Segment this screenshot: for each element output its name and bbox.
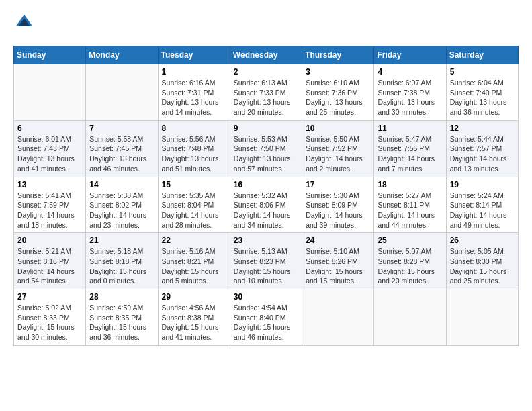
day-info: Sunrise: 6:10 AMSunset: 7:36 PMDaylight:…: [306, 78, 370, 118]
week-row-1: 1Sunrise: 6:16 AMSunset: 7:31 PMDaylight…: [14, 64, 519, 121]
day-number: 4: [378, 67, 442, 77]
day-info: Sunrise: 5:44 AMSunset: 7:57 PMDaylight:…: [450, 134, 515, 174]
day-info: Sunrise: 4:59 AMSunset: 8:35 PMDaylight:…: [89, 303, 154, 342]
day-info: Sunrise: 5:58 AMSunset: 7:45 PMDaylight:…: [89, 134, 154, 174]
day-number: 25: [378, 236, 442, 245]
day-cell-15: 15Sunrise: 5:35 AMSunset: 8:04 PMDayligh…: [158, 177, 230, 233]
day-cell-19: 19Sunrise: 5:24 AMSunset: 8:14 PMDayligh…: [446, 177, 518, 233]
day-info: Sunrise: 5:50 AMSunset: 7:52 PMDaylight:…: [306, 134, 370, 174]
day-cell-7: 7Sunrise: 5:58 AMSunset: 7:45 PMDaylight…: [86, 120, 158, 177]
day-cell-12: 12Sunrise: 5:44 AMSunset: 7:57 PMDayligh…: [446, 120, 518, 177]
day-info: Sunrise: 6:04 AMSunset: 7:40 PMDaylight:…: [450, 78, 515, 118]
day-cell-26: 26Sunrise: 5:05 AMSunset: 8:30 PMDayligh…: [446, 233, 518, 289]
day-info: Sunrise: 5:21 AMSunset: 8:16 PMDaylight:…: [17, 246, 82, 286]
day-cell-28: 28Sunrise: 4:59 AMSunset: 8:35 PMDayligh…: [86, 289, 158, 346]
day-cell-3: 3Sunrise: 6:10 AMSunset: 7:36 PMDaylight…: [302, 64, 374, 121]
day-cell-5: 5Sunrise: 6:04 AMSunset: 7:40 PMDaylight…: [446, 64, 518, 121]
day-number: 24: [306, 236, 370, 245]
day-number: 3: [306, 67, 370, 77]
day-cell-30: 30Sunrise: 4:54 AMSunset: 8:40 PMDayligh…: [230, 289, 302, 346]
day-number: 9: [234, 124, 298, 133]
weekday-header-sunday: Sunday: [14, 46, 86, 64]
weekday-header-tuesday: Tuesday: [158, 46, 230, 64]
day-info: Sunrise: 5:05 AMSunset: 8:30 PMDaylight:…: [450, 246, 515, 286]
day-info: Sunrise: 5:32 AMSunset: 8:06 PMDaylight:…: [234, 191, 298, 230]
week-row-5: 27Sunrise: 5:02 AMSunset: 8:33 PMDayligh…: [14, 289, 519, 346]
day-info: Sunrise: 5:10 AMSunset: 8:26 PMDaylight:…: [306, 246, 370, 286]
day-number: 16: [234, 180, 298, 189]
day-cell-4: 4Sunrise: 6:07 AMSunset: 7:38 PMDaylight…: [374, 64, 446, 121]
day-cell-14: 14Sunrise: 5:38 AMSunset: 8:02 PMDayligh…: [86, 177, 158, 233]
weekday-header-friday: Friday: [374, 46, 446, 64]
day-cell-18: 18Sunrise: 5:27 AMSunset: 8:11 PMDayligh…: [374, 177, 446, 233]
logo-icon: [15, 13, 34, 32]
day-cell-8: 8Sunrise: 5:56 AMSunset: 7:48 PMDaylight…: [158, 120, 230, 177]
day-number: 14: [89, 180, 154, 189]
day-number: 2: [234, 67, 298, 77]
day-number: 20: [17, 236, 82, 245]
day-cell-1: 1Sunrise: 6:16 AMSunset: 7:31 PMDaylight…: [158, 64, 230, 121]
day-number: 28: [89, 292, 154, 302]
day-cell-13: 13Sunrise: 5:41 AMSunset: 7:59 PMDayligh…: [14, 177, 86, 233]
day-info: Sunrise: 6:07 AMSunset: 7:38 PMDaylight:…: [378, 78, 442, 118]
day-info: Sunrise: 6:16 AMSunset: 7:31 PMDaylight:…: [162, 78, 226, 118]
day-number: 10: [306, 124, 370, 133]
day-number: 18: [378, 180, 442, 189]
day-info: Sunrise: 5:38 AMSunset: 8:02 PMDaylight:…: [89, 191, 154, 230]
day-number: 5: [450, 67, 515, 77]
weekday-header-saturday: Saturday: [446, 46, 518, 64]
weekday-header-wednesday: Wednesday: [230, 46, 302, 64]
empty-cell: [302, 289, 374, 346]
day-info: Sunrise: 5:24 AMSunset: 8:14 PMDaylight:…: [450, 191, 515, 230]
day-cell-17: 17Sunrise: 5:30 AMSunset: 8:09 PMDayligh…: [302, 177, 374, 233]
empty-cell: [14, 64, 86, 121]
day-info: Sunrise: 5:47 AMSunset: 7:55 PMDaylight:…: [378, 134, 442, 174]
day-cell-23: 23Sunrise: 5:13 AMSunset: 8:23 PMDayligh…: [230, 233, 302, 289]
day-cell-9: 9Sunrise: 5:53 AMSunset: 7:50 PMDaylight…: [230, 120, 302, 177]
logo: [13, 13, 36, 35]
day-number: 30: [234, 292, 298, 302]
day-info: Sunrise: 5:16 AMSunset: 8:21 PMDaylight:…: [162, 246, 226, 286]
day-number: 6: [17, 124, 82, 133]
day-cell-10: 10Sunrise: 5:50 AMSunset: 7:52 PMDayligh…: [302, 120, 374, 177]
day-info: Sunrise: 5:53 AMSunset: 7:50 PMDaylight:…: [234, 134, 298, 174]
weekday-header-row: SundayMondayTuesdayWednesdayThursdayFrid…: [14, 46, 519, 64]
day-number: 8: [162, 124, 226, 133]
day-info: Sunrise: 4:54 AMSunset: 8:40 PMDaylight:…: [234, 303, 298, 342]
empty-cell: [86, 64, 158, 121]
day-cell-16: 16Sunrise: 5:32 AMSunset: 8:06 PMDayligh…: [230, 177, 302, 233]
day-number: 21: [89, 236, 154, 245]
day-info: Sunrise: 5:27 AMSunset: 8:11 PMDaylight:…: [378, 191, 442, 230]
day-cell-25: 25Sunrise: 5:07 AMSunset: 8:28 PMDayligh…: [374, 233, 446, 289]
day-number: 7: [89, 124, 154, 133]
day-cell-21: 21Sunrise: 5:18 AMSunset: 8:18 PMDayligh…: [86, 233, 158, 289]
week-row-4: 20Sunrise: 5:21 AMSunset: 8:16 PMDayligh…: [14, 233, 519, 289]
day-info: Sunrise: 5:13 AMSunset: 8:23 PMDaylight:…: [234, 246, 298, 286]
day-info: Sunrise: 5:07 AMSunset: 8:28 PMDaylight:…: [378, 246, 442, 286]
weekday-header-thursday: Thursday: [302, 46, 374, 64]
day-number: 12: [450, 124, 515, 133]
day-cell-6: 6Sunrise: 6:01 AMSunset: 7:43 PMDaylight…: [14, 120, 86, 177]
day-cell-27: 27Sunrise: 5:02 AMSunset: 8:33 PMDayligh…: [14, 289, 86, 346]
day-info: Sunrise: 5:30 AMSunset: 8:09 PMDaylight:…: [306, 191, 370, 230]
day-number: 13: [17, 180, 82, 189]
day-info: Sunrise: 5:18 AMSunset: 8:18 PMDaylight:…: [89, 246, 154, 286]
day-info: Sunrise: 5:35 AMSunset: 8:04 PMDaylight:…: [162, 191, 226, 230]
day-number: 27: [17, 292, 82, 302]
day-number: 22: [162, 236, 226, 245]
day-number: 29: [162, 292, 226, 302]
day-info: Sunrise: 5:41 AMSunset: 7:59 PMDaylight:…: [17, 191, 82, 230]
day-info: Sunrise: 6:01 AMSunset: 7:43 PMDaylight:…: [17, 134, 82, 174]
day-info: Sunrise: 5:02 AMSunset: 8:33 PMDaylight:…: [17, 303, 82, 342]
day-number: 1: [162, 67, 226, 77]
weekday-header-monday: Monday: [86, 46, 158, 64]
day-number: 15: [162, 180, 226, 189]
empty-cell: [446, 289, 518, 346]
day-number: 17: [306, 180, 370, 189]
page-header: [13, 13, 519, 35]
day-info: Sunrise: 6:13 AMSunset: 7:33 PMDaylight:…: [234, 78, 298, 118]
day-cell-11: 11Sunrise: 5:47 AMSunset: 7:55 PMDayligh…: [374, 120, 446, 177]
day-info: Sunrise: 4:56 AMSunset: 8:38 PMDaylight:…: [162, 303, 226, 342]
day-cell-20: 20Sunrise: 5:21 AMSunset: 8:16 PMDayligh…: [14, 233, 86, 289]
empty-cell: [374, 289, 446, 346]
